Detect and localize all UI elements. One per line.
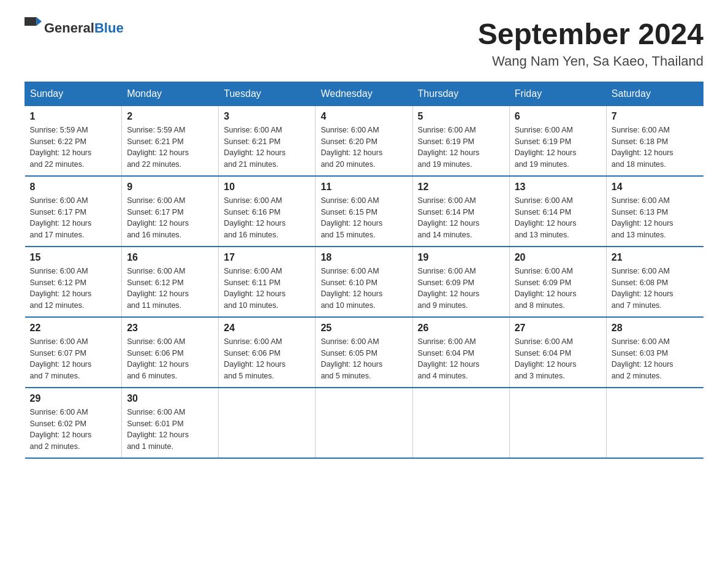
day-number: 24: [224, 323, 310, 334]
calendar-body: 1 Sunrise: 5:59 AM Sunset: 6:22 PM Dayli…: [25, 105, 703, 458]
calendar-week-1: 1 Sunrise: 5:59 AM Sunset: 6:22 PM Dayli…: [25, 105, 703, 176]
day-number: 28: [612, 323, 699, 334]
day-number: 13: [515, 182, 601, 193]
calendar-week-2: 8 Sunrise: 6:00 AM Sunset: 6:17 PM Dayli…: [25, 176, 703, 247]
calendar-cell: 20 Sunrise: 6:00 AM Sunset: 6:09 PM Dayl…: [509, 247, 606, 317]
day-info: Sunrise: 6:00 AM Sunset: 6:09 PM Dayligh…: [515, 266, 601, 312]
day-info: Sunrise: 6:00 AM Sunset: 6:21 PM Dayligh…: [224, 124, 310, 170]
calendar-cell: 2 Sunrise: 5:59 AM Sunset: 6:21 PM Dayli…: [122, 105, 219, 176]
day-info: Sunrise: 6:00 AM Sunset: 6:06 PM Dayligh…: [224, 336, 310, 382]
day-number: 27: [515, 323, 601, 334]
day-number: 17: [224, 252, 310, 263]
day-number: 14: [612, 182, 699, 193]
day-number: 25: [320, 323, 407, 334]
day-number: 23: [127, 323, 213, 334]
calendar-cell: 6 Sunrise: 6:00 AM Sunset: 6:19 PM Dayli…: [509, 105, 606, 176]
day-number: 29: [30, 393, 117, 404]
calendar-cell: [316, 388, 412, 458]
calendar-header: Sunday Monday Tuesday Wednesday Thursday…: [25, 82, 703, 105]
calendar-cell: [606, 388, 703, 458]
day-number: 4: [320, 111, 407, 122]
day-info: Sunrise: 6:00 AM Sunset: 6:11 PM Dayligh…: [224, 266, 310, 312]
day-info: Sunrise: 6:00 AM Sunset: 6:04 PM Dayligh…: [515, 336, 601, 382]
day-number: 18: [320, 252, 407, 263]
calendar-cell: 19 Sunrise: 6:00 AM Sunset: 6:09 PM Dayl…: [412, 247, 509, 317]
calendar-cell: 11 Sunrise: 6:00 AM Sunset: 6:15 PM Dayl…: [316, 176, 412, 247]
header-tuesday: Tuesday: [219, 82, 316, 105]
calendar-cell: [509, 388, 606, 458]
logo: GeneralBlue: [25, 18, 124, 38]
day-info: Sunrise: 6:00 AM Sunset: 6:10 PM Dayligh…: [320, 266, 407, 312]
day-info: Sunrise: 6:00 AM Sunset: 6:16 PM Dayligh…: [224, 195, 310, 241]
title-section: September 2024 Wang Nam Yen, Sa Kaeo, Th…: [478, 18, 703, 69]
logo-mark: [25, 18, 42, 38]
svg-marker-1: [37, 17, 42, 26]
day-number: 15: [30, 252, 117, 263]
calendar-cell: 7 Sunrise: 6:00 AM Sunset: 6:18 PM Dayli…: [606, 105, 703, 176]
calendar-cell: 3 Sunrise: 6:00 AM Sunset: 6:21 PM Dayli…: [219, 105, 316, 176]
day-number: 1: [30, 111, 117, 122]
logo-text: GeneralBlue: [44, 20, 124, 36]
day-number: 12: [418, 182, 504, 193]
day-info: Sunrise: 5:59 AM Sunset: 6:21 PM Dayligh…: [127, 124, 213, 170]
day-info: Sunrise: 6:00 AM Sunset: 6:12 PM Dayligh…: [127, 266, 213, 312]
calendar-cell: 29 Sunrise: 6:00 AM Sunset: 6:02 PM Dayl…: [25, 388, 122, 458]
page-header: GeneralBlue September 2024 Wang Nam Yen,…: [25, 18, 703, 69]
day-info: Sunrise: 6:00 AM Sunset: 6:14 PM Dayligh…: [515, 195, 601, 241]
header-thursday: Thursday: [412, 82, 509, 105]
day-info: Sunrise: 6:00 AM Sunset: 6:01 PM Dayligh…: [127, 407, 213, 453]
day-info: Sunrise: 6:00 AM Sunset: 6:18 PM Dayligh…: [612, 124, 699, 170]
header-row: Sunday Monday Tuesday Wednesday Thursday…: [25, 82, 703, 105]
day-info: Sunrise: 6:00 AM Sunset: 6:03 PM Dayligh…: [612, 336, 699, 382]
calendar-week-3: 15 Sunrise: 6:00 AM Sunset: 6:12 PM Dayl…: [25, 247, 703, 317]
header-wednesday: Wednesday: [316, 82, 412, 105]
calendar-cell: 26 Sunrise: 6:00 AM Sunset: 6:04 PM Dayl…: [412, 317, 509, 388]
calendar-cell: 1 Sunrise: 5:59 AM Sunset: 6:22 PM Dayli…: [25, 105, 122, 176]
header-saturday: Saturday: [606, 82, 703, 105]
logo-general: General: [44, 20, 94, 36]
day-number: 16: [127, 252, 213, 263]
calendar-cell: 15 Sunrise: 6:00 AM Sunset: 6:12 PM Dayl…: [25, 247, 122, 317]
calendar-cell: [412, 388, 509, 458]
calendar-cell: 12 Sunrise: 6:00 AM Sunset: 6:14 PM Dayl…: [412, 176, 509, 247]
calendar-cell: 4 Sunrise: 6:00 AM Sunset: 6:20 PM Dayli…: [316, 105, 412, 176]
calendar-cell: 9 Sunrise: 6:00 AM Sunset: 6:17 PM Dayli…: [122, 176, 219, 247]
calendar-cell: 22 Sunrise: 6:00 AM Sunset: 6:07 PM Dayl…: [25, 317, 122, 388]
day-number: 19: [418, 252, 504, 263]
day-number: 7: [612, 111, 699, 122]
day-info: Sunrise: 6:00 AM Sunset: 6:12 PM Dayligh…: [30, 266, 117, 312]
day-info: Sunrise: 6:00 AM Sunset: 6:05 PM Dayligh…: [320, 336, 407, 382]
day-number: 9: [127, 182, 213, 193]
logo-blue: Blue: [94, 20, 124, 36]
day-info: Sunrise: 5:59 AM Sunset: 6:22 PM Dayligh…: [30, 124, 117, 170]
day-info: Sunrise: 6:00 AM Sunset: 6:14 PM Dayligh…: [418, 195, 504, 241]
calendar-week-4: 22 Sunrise: 6:00 AM Sunset: 6:07 PM Dayl…: [25, 317, 703, 388]
day-info: Sunrise: 6:00 AM Sunset: 6:19 PM Dayligh…: [515, 124, 601, 170]
calendar-cell: 21 Sunrise: 6:00 AM Sunset: 6:08 PM Dayl…: [606, 247, 703, 317]
day-number: 21: [612, 252, 699, 263]
day-info: Sunrise: 6:00 AM Sunset: 6:04 PM Dayligh…: [418, 336, 504, 382]
day-number: 10: [224, 182, 310, 193]
day-info: Sunrise: 6:00 AM Sunset: 6:17 PM Dayligh…: [127, 195, 213, 241]
day-info: Sunrise: 6:00 AM Sunset: 6:02 PM Dayligh…: [30, 407, 117, 453]
calendar-cell: 28 Sunrise: 6:00 AM Sunset: 6:03 PM Dayl…: [606, 317, 703, 388]
calendar-cell: 16 Sunrise: 6:00 AM Sunset: 6:12 PM Dayl…: [122, 247, 219, 317]
calendar-cell: 10 Sunrise: 6:00 AM Sunset: 6:16 PM Dayl…: [219, 176, 316, 247]
day-number: 5: [418, 111, 504, 122]
day-info: Sunrise: 6:00 AM Sunset: 6:09 PM Dayligh…: [418, 266, 504, 312]
calendar-cell: 13 Sunrise: 6:00 AM Sunset: 6:14 PM Dayl…: [509, 176, 606, 247]
calendar-title: September 2024: [478, 18, 703, 51]
day-number: 26: [418, 323, 504, 334]
calendar-cell: 23 Sunrise: 6:00 AM Sunset: 6:06 PM Dayl…: [122, 317, 219, 388]
day-number: 30: [127, 393, 213, 404]
day-number: 11: [320, 182, 407, 193]
day-info: Sunrise: 6:00 AM Sunset: 6:20 PM Dayligh…: [320, 124, 407, 170]
calendar-table: Sunday Monday Tuesday Wednesday Thursday…: [25, 82, 703, 459]
day-info: Sunrise: 6:00 AM Sunset: 6:17 PM Dayligh…: [30, 195, 117, 241]
header-monday: Monday: [122, 82, 219, 105]
header-friday: Friday: [509, 82, 606, 105]
calendar-cell: 17 Sunrise: 6:00 AM Sunset: 6:11 PM Dayl…: [219, 247, 316, 317]
calendar-cell: 18 Sunrise: 6:00 AM Sunset: 6:10 PM Dayl…: [316, 247, 412, 317]
calendar-cell: 24 Sunrise: 6:00 AM Sunset: 6:06 PM Dayl…: [219, 317, 316, 388]
calendar-cell: [219, 388, 316, 458]
